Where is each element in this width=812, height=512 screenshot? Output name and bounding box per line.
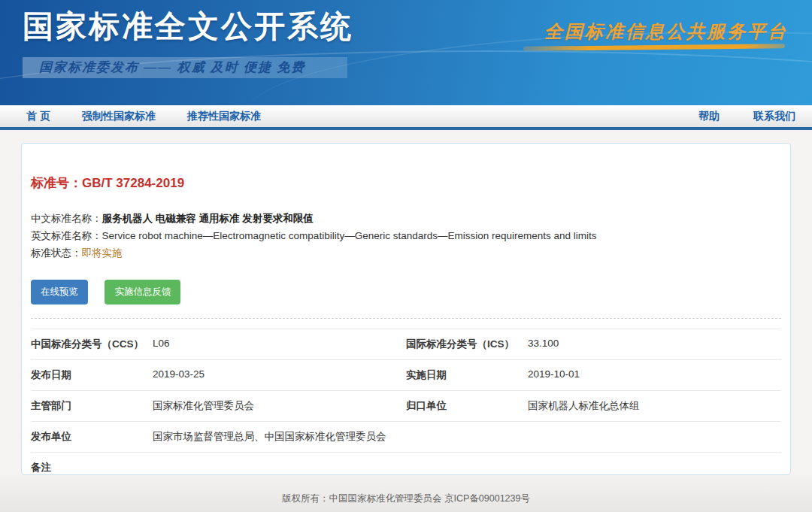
table-row: 中国标准分类号（CCS） L06 国际标准分类号（ICS） 33.100 [31,329,781,359]
dashed-divider [31,318,781,319]
slogan-underline [523,44,785,51]
action-buttons: 在线预览 实施信息反馈 [31,280,781,304]
ccs-value: L06 [153,338,170,351]
english-name-value: Service robot machine—Electromagnetic co… [102,230,597,241]
nav-item-home[interactable]: 首 页 [26,110,50,123]
centralized-unit-value: 国家机器人标准化总体组 [528,399,640,413]
page-footer: 版权所有：中国国家标准化管理委员会 京ICP备09001239号 [0,475,812,512]
standard-number-line: 标准号：GB/T 37284-2019 [31,174,781,192]
copyright-text: 版权所有：中国国家标准化管理委员会 京ICP备09001239号 [282,493,530,504]
ccs-label: 中国标准分类号（CCS） [31,338,153,351]
nav-item-contact-us[interactable]: 联系我们 [753,110,795,123]
chinese-name-value: 服务机器人 电磁兼容 通用标准 发射要求和限值 [102,213,314,224]
table-row: 主管部门 国家标准化管理委员会 归口单位 国家机器人标准化总体组 [31,390,781,421]
nav-right-group: 帮助 联系我们 [698,110,812,123]
chinese-name-line: 中文标准名称：服务机器人 电磁兼容 通用标准 发射要求和限值 [31,210,781,227]
standard-number-label: 标准号： [31,176,82,190]
implement-date-label: 实施日期 [406,368,528,382]
publish-unit-label: 发布单位 [31,430,153,444]
nav-item-help[interactable]: 帮助 [698,110,720,123]
nav-left-group: 首 页 强制性国家标准 推荐性国家标准 [0,110,261,123]
nav-item-recommended-standards[interactable]: 推荐性国家标准 [187,110,261,123]
site-header: 国家标准全文公开系统 国家标准委发布 —— 权威 及时 便捷 免费 全国标准信息… [0,0,812,105]
status-line: 标准状态：即将实施 [31,244,781,262]
table-row: 发布日期 2019-03-25 实施日期 2019-10-01 [31,359,781,390]
publish-unit-value: 国家市场监督管理总局、中国国家标准化管理委员会 [153,430,386,444]
english-name-label: 英文标准名称： [31,230,102,241]
chinese-name-label: 中文标准名称： [31,213,102,224]
status-value: 即将实施 [82,247,123,259]
competent-dept-value: 国家标准化管理委员会 [153,399,254,413]
ics-label: 国际标准分类号（ICS） [406,338,528,351]
standard-number-value: GB/T 37284-2019 [82,176,184,190]
ics-value: 33.100 [528,338,559,351]
english-name-line: 英文标准名称：Service robot machine—Electromagn… [31,227,781,244]
site-subtitle-banner: 国家标准委发布 —— 权威 及时 便捷 免费 [23,57,347,78]
nav-item-mandatory-standards[interactable]: 强制性国家标准 [82,110,156,123]
online-preview-button[interactable]: 在线预览 [31,280,88,304]
centralized-unit-label: 归口单位 [406,399,528,413]
platform-slogan: 全国标准信息公共服务平台 [544,20,788,44]
page: 国家标准全文公开系统 国家标准委发布 —— 权威 及时 便捷 免费 全国标准信息… [0,0,812,512]
publish-date-value: 2019-03-25 [153,368,205,382]
implementation-feedback-button[interactable]: 实施信息反馈 [105,280,180,304]
standard-attributes-table: 中国标准分类号（CCS） L06 国际标准分类号（ICS） 33.100 发布日… [31,329,781,483]
implement-date-value: 2019-10-01 [528,368,580,382]
table-row: 发布单位 国家市场监督管理总局、中国国家标准化管理委员会 [31,421,781,452]
remark-label: 备注 [31,461,153,474]
main-content: 标准号：GB/T 37284-2019 中文标准名称：服务机器人 电磁兼容 通用… [0,130,812,475]
site-title: 国家标准全文公开系统 [23,6,353,47]
status-label: 标准状态： [31,247,82,259]
competent-dept-label: 主管部门 [31,399,153,413]
standard-detail-card: 标准号：GB/T 37284-2019 中文标准名称：服务机器人 电磁兼容 通用… [21,143,791,475]
main-nav: 首 页 强制性国家标准 推荐性国家标准 帮助 联系我们 [0,105,812,130]
publish-date-label: 发布日期 [31,368,153,382]
